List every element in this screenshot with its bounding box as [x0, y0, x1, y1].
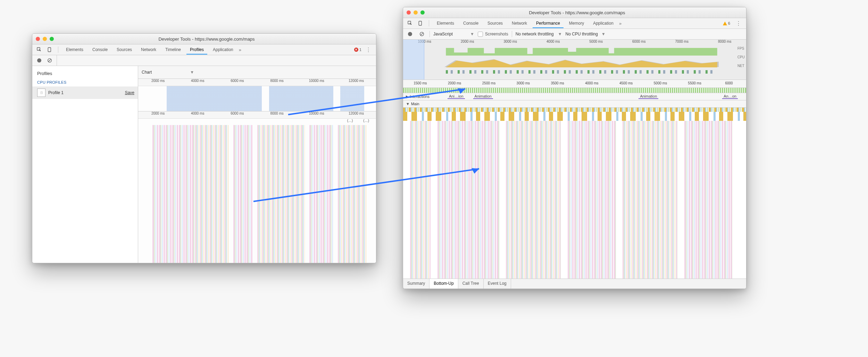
error-icon: ✕ [354, 48, 358, 52]
chevron-down-icon: ▼ [558, 32, 562, 36]
titlebar-right[interactable]: Developer Tools - https://www.google.com… [403, 7, 746, 18]
sidebar-title: Profiles [37, 71, 138, 76]
interaction-item[interactable]: Animation [473, 94, 493, 99]
network-throttle-dropdown[interactable]: No network throttling ▼ [516, 32, 562, 36]
window-title: Developer Tools - https://www.google.com… [41, 36, 373, 42]
ruler-tick: 6000 [712, 80, 746, 88]
profiles-sidebar: Profiles CPU PROFILES ⌸ Profile 1 Save [32, 66, 138, 263]
performance-overview[interactable]: 1000 ms 2000 ms 3000 ms 4000 ms 5000 ms … [403, 40, 746, 80]
dropdown-label: No CPU throttling [566, 32, 598, 36]
svg-rect-4 [419, 21, 422, 25]
interaction-item[interactable]: An…on [722, 94, 738, 99]
tab-application[interactable]: Application [590, 18, 617, 28]
tab-overflow[interactable]: » [239, 47, 241, 52]
window-title: Developer Tools - https://www.google.com… [411, 10, 743, 15]
cpu-overview[interactable] [138, 86, 376, 111]
ruler-tick: 4000 ms [178, 111, 217, 118]
fps-label: FPS [737, 47, 745, 50]
tab-bottomup[interactable]: Bottom-Up [429, 279, 458, 289]
tab-application[interactable]: Application [209, 45, 237, 55]
bottom-panel-tabs: Summary Bottom-Up Call Tree Event Log [403, 279, 746, 289]
tab-timeline[interactable]: Timeline [162, 45, 184, 55]
tab-sources[interactable]: Sources [113, 45, 135, 55]
profile-name: Profile 1 [48, 90, 64, 95]
tab-summary[interactable]: Summary [403, 279, 429, 289]
ruler-tick: 10000 ms [297, 111, 336, 118]
tab-eventlog[interactable]: Event Log [484, 279, 511, 289]
ruler-tick: 2000 ms [437, 80, 472, 88]
profile-icon: ⌸ [37, 89, 45, 97]
ruler-tick: 5000 ms [575, 40, 618, 46]
profile-save-link[interactable]: Save [125, 90, 134, 95]
error-badge[interactable]: ✕ 1 [354, 48, 361, 52]
separator [429, 20, 429, 26]
tab-strip-left: Elements Console Sources Network Timelin… [32, 44, 376, 55]
overview-selection[interactable] [403, 40, 424, 80]
tab-console[interactable]: Console [89, 45, 111, 55]
tab-memory[interactable]: Memory [566, 18, 587, 28]
close-icon[interactable] [36, 37, 40, 41]
warning-icon [723, 22, 727, 25]
ruler-tick: 3500 ms [540, 80, 575, 88]
interactions-row[interactable]: ▶ Interactions Ani…ion Animation Animati… [403, 93, 746, 100]
tab-elements[interactable]: Elements [62, 45, 87, 55]
device-toggle-icon[interactable] [45, 45, 54, 54]
fps-track [446, 48, 717, 56]
warning-badge[interactable]: 6 [723, 21, 730, 25]
ruler-tick: 2000 ms [138, 111, 178, 118]
profiles-main: Chart ▼ 2000 ms 4000 ms 6000 ms 8000 ms … [138, 66, 376, 263]
tab-network[interactable]: Network [137, 45, 160, 55]
ruler-tick: 5000 ms [643, 80, 678, 88]
devtools-window-profiles: Developer Tools - https://www.google.com… [32, 33, 376, 263]
flame-group: (…) [363, 119, 369, 125]
screenshots-checkbox[interactable]: Screenshots [478, 32, 508, 37]
ruler-tick: 3000 ms [506, 80, 540, 88]
ruler-tick: 6000 ms [217, 79, 257, 86]
capture-dropdown[interactable]: JavaScript ▼ [433, 32, 474, 36]
ruler-tick: 3000 ms [489, 40, 532, 46]
view-dropdown[interactable]: Chart ▼ [138, 66, 376, 79]
checkbox-label: Screenshots [485, 32, 508, 36]
error-count: 1 [359, 48, 361, 52]
flame-ruler: 2000 ms 4000 ms 6000 ms 8000 ms 10000 ms… [138, 111, 376, 119]
frames-strip[interactable] [403, 88, 746, 93]
tab-network[interactable]: Network [508, 18, 531, 28]
kebab-icon[interactable]: ⋮ [734, 20, 743, 27]
interaction-item[interactable]: Ani…ion [448, 94, 465, 99]
overview-ruler: 2000 ms 4000 ms 6000 ms 8000 ms 10000 ms… [138, 79, 376, 86]
record-button[interactable] [406, 30, 414, 38]
profile-row[interactable]: ⌸ Profile 1 Save [32, 86, 138, 99]
net-label: NET [737, 64, 745, 68]
close-icon[interactable] [407, 10, 411, 15]
ruler-tick: 6000 ms [618, 40, 661, 46]
tab-performance[interactable]: Performance [533, 18, 564, 28]
ruler-tick: 7000 ms [660, 40, 703, 46]
tab-strip-right: Elements Console Sources Network Perform… [403, 18, 746, 29]
cpu-track [446, 58, 717, 67]
sidebar-section: CPU PROFILES [37, 80, 138, 84]
inspect-element-icon[interactable] [35, 45, 43, 54]
clear-button[interactable] [45, 56, 54, 65]
interaction-item[interactable]: Animation [639, 94, 658, 99]
tab-sources[interactable]: Sources [484, 18, 506, 28]
ruler-tick: 8000 ms [257, 111, 297, 118]
inspect-element-icon[interactable] [406, 19, 414, 27]
main-flame-chart[interactable] [403, 108, 746, 279]
separator [58, 47, 58, 53]
net-track [446, 70, 717, 74]
device-toggle-icon[interactable] [416, 19, 425, 27]
clear-button[interactable] [418, 30, 426, 38]
record-button[interactable] [35, 56, 43, 65]
tab-elements[interactable]: Elements [433, 18, 458, 28]
tab-profiles[interactable]: Profiles [186, 45, 207, 55]
flame-chart[interactable]: (…) (…) [138, 119, 376, 263]
cpu-throttle-dropdown[interactable]: No CPU throttling ▼ [566, 32, 606, 36]
tab-overflow[interactable]: » [619, 21, 621, 26]
main-thread-header[interactable]: ▼ Main [403, 100, 746, 108]
ruler-tick: 8000 ms [257, 79, 297, 86]
ruler-tick: 5500 ms [677, 80, 712, 88]
titlebar-left[interactable]: Developer Tools - https://www.google.com… [32, 34, 376, 44]
tab-calltree[interactable]: Call Tree [458, 279, 484, 289]
kebab-icon[interactable]: ⋮ [364, 47, 373, 53]
tab-console[interactable]: Console [460, 18, 482, 28]
